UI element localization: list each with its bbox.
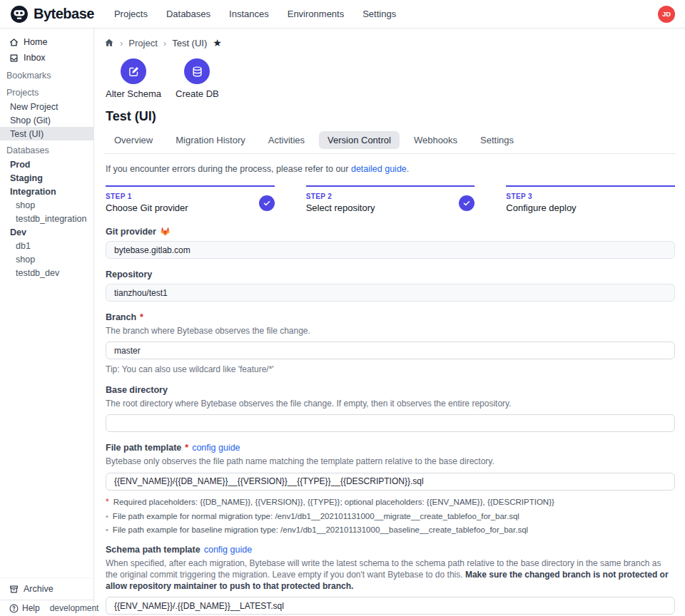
sidebar-env-prod[interactable]: Prod [0, 158, 93, 171]
sidebar-env-staging[interactable]: Staging [0, 171, 93, 185]
bytebase-logo-icon [10, 5, 29, 24]
file-path-template-field: File path template * config guide Byteba… [106, 443, 675, 533]
sidebar-section-databases: Databases [0, 140, 93, 158]
bullet-icon: • [106, 512, 108, 520]
nav-link-settings[interactable]: Settings [362, 9, 396, 19]
sidebar-item-new-project[interactable]: New Project [0, 100, 93, 113]
brand[interactable]: Bytebase [10, 5, 94, 24]
breadcrumb-project[interactable]: Project [128, 38, 157, 48]
step-2-name: Select repository [306, 202, 375, 213]
step-3-name: Configure deploy [506, 202, 576, 213]
repository-field: Repository [106, 270, 675, 302]
step-2-check-icon [459, 195, 475, 211]
sidebar-section-bookmarks: Bookmarks [0, 66, 93, 83]
main-content: › Project › Test (UI) ★ Alter Schema Cre… [94, 29, 685, 616]
nav-link-instances[interactable]: Instances [229, 9, 269, 19]
breadcrumb: › Project › Test (UI) ★ [104, 36, 676, 53]
schema-path-template-label: Schema path template [106, 545, 201, 555]
sidebar-db-shop-integration[interactable]: shop [0, 198, 93, 212]
note-item: * Required placeholders: {{DB_NAME}}, {{… [106, 497, 675, 507]
tab-migration-history[interactable]: Migration History [167, 131, 254, 149]
step-3: STEP 3 Configure deploy [506, 185, 675, 213]
main-nav: Projects Databases Instances Environment… [114, 9, 658, 19]
step-1-label: STEP 1 [106, 192, 188, 200]
git-provider-label: Git provider [106, 227, 156, 237]
sidebar: Home Inbox Bookmarks Projects New Projec… [0, 29, 94, 616]
branch-label: Branch [106, 312, 136, 322]
step-1-name: Choose Git provider [106, 202, 188, 213]
nav-link-databases[interactable]: Databases [166, 9, 210, 19]
note-item: • File path example for normal migration… [106, 512, 675, 520]
nav-link-projects[interactable]: Projects [114, 9, 148, 19]
git-provider-input[interactable] [106, 241, 675, 259]
step-2-label: STEP 2 [306, 192, 375, 200]
branch-tip: Tip: You can also use wildcard like 'fea… [106, 364, 675, 374]
required-asterisk: * [185, 443, 188, 453]
sidebar-env-integration[interactable]: Integration [0, 185, 93, 198]
branch-input[interactable] [106, 342, 675, 359]
detailed-guide-link[interactable]: detailed guide [351, 164, 407, 174]
archive-icon [9, 585, 19, 594]
file-path-notes: * Required placeholders: {{DB_NAME}}, {{… [106, 497, 675, 534]
file-path-config-guide-link[interactable]: config guide [192, 443, 240, 453]
required-asterisk: * [106, 497, 109, 507]
home-icon [9, 38, 19, 47]
top-navbar: Bytebase Projects Databases Instances En… [0, 0, 685, 29]
sidebar-item-test-ui[interactable]: Test (UI) [0, 127, 93, 140]
bullet-icon: • [106, 525, 108, 534]
nav-link-environments[interactable]: Environments [288, 9, 344, 19]
schema-path-template-input[interactable] [106, 597, 675, 615]
sidebar-item-inbox[interactable]: Inbox [0, 50, 93, 66]
sidebar-item-shop-git[interactable]: Shop (Git) [0, 113, 93, 127]
sidebar-env-dev[interactable]: Dev [0, 225, 93, 239]
inbox-icon [9, 53, 19, 63]
tab-version-control[interactable]: Version Control [319, 131, 400, 149]
help-icon [9, 604, 19, 613]
gitlab-icon [160, 226, 171, 237]
base-directory-input[interactable] [106, 414, 675, 432]
tab-settings[interactable]: Settings [472, 131, 522, 149]
page-title: Test (UI) [106, 109, 676, 124]
branch-field: Branch * The branch where Bytebase obser… [106, 312, 675, 374]
tab-overview[interactable]: Overview [106, 131, 161, 149]
version-label: development [50, 603, 99, 613]
sidebar-db-testdb-dev[interactable]: testdb_dev [0, 266, 93, 279]
schema-path-template-help: When specified, after each migration, By… [106, 558, 675, 592]
quick-actions: Alter Schema Create DB [106, 58, 676, 99]
chevron-right-icon: › [163, 38, 166, 48]
schema-path-config-guide-link[interactable]: config guide [204, 545, 252, 555]
note-item: • File path example for baseline migrati… [106, 525, 675, 534]
git-provider-field: Git provider [106, 226, 675, 259]
repository-input[interactable] [106, 284, 675, 302]
sidebar-spacer [0, 279, 93, 578]
home-icon[interactable] [104, 38, 114, 48]
sidebar-db-testdb-integration[interactable]: testdb_integration [0, 212, 93, 225]
alter-schema-button[interactable]: Alter Schema [106, 58, 161, 99]
schema-path-template-field: Schema path template config guide When s… [106, 545, 675, 616]
file-path-template-label: File path template [106, 443, 181, 453]
help-button[interactable]: Help [9, 603, 40, 613]
user-avatar[interactable]: JD [658, 6, 675, 23]
tab-activities[interactable]: Activities [260, 131, 313, 149]
step-3-label: STEP 3 [506, 192, 576, 200]
create-db-button[interactable]: Create DB [176, 58, 219, 99]
step-1-check-icon [259, 195, 275, 211]
base-directory-label: Base directory [106, 385, 168, 395]
sidebar-db-shop-dev[interactable]: shop [0, 252, 93, 266]
branch-help: The branch where Bytebase observes the f… [106, 325, 675, 337]
tab-webhooks[interactable]: Webhooks [405, 131, 466, 149]
repository-label: Repository [106, 270, 152, 279]
file-path-template-input[interactable] [106, 473, 675, 491]
wizard-steps: STEP 1 Choose Git provider STEP 2 Select… [106, 185, 675, 213]
step-1: STEP 1 Choose Git provider [106, 185, 275, 213]
brand-name: Bytebase [34, 6, 94, 22]
sidebar-section-projects: Projects [0, 83, 93, 100]
base-directory-help: The root directory where Bytebase observ… [106, 398, 675, 409]
sidebar-db-db1[interactable]: db1 [0, 239, 93, 252]
breadcrumb-current: Test (UI) [172, 38, 207, 48]
sidebar-item-archive[interactable]: Archive [0, 578, 93, 600]
bookmark-star-icon[interactable]: ★ [213, 37, 222, 48]
sidebar-item-home[interactable]: Home [0, 34, 93, 50]
chevron-right-icon: › [120, 38, 123, 48]
version-control-panel: If you encounter errors during the proce… [104, 154, 676, 616]
